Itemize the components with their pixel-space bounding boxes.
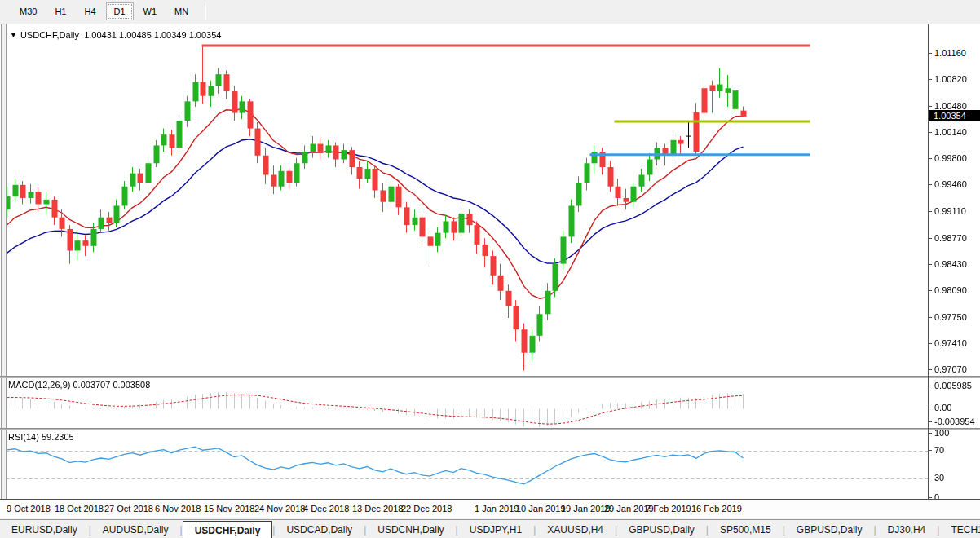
chart-tab-dj30[interactable]: DJ30,H4	[876, 520, 938, 538]
timeframe-button-mn[interactable]: MN	[166, 2, 196, 20]
price-axis-label: 0.99800	[934, 153, 967, 163]
chart-ohlc: 1.00431 1.00485 1.00349 1.00354	[84, 30, 221, 40]
chart-tab-bar: EURUSD,Daily|AUDUSD,Daily|USDCHF,Daily|U…	[0, 519, 980, 538]
price-axis-label: 0.98090	[934, 285, 967, 295]
macd-axis-label: 0.005985	[934, 381, 972, 390]
timeframe-button-h1[interactable]: H1	[46, 2, 74, 20]
date-axis-label: 24 Nov 2018	[254, 504, 305, 514]
chart-tab-usdchf[interactable]: USDCHF,Daily	[183, 521, 273, 538]
window-left-frame	[1, 24, 7, 518]
chart-title: ▼USDCHF,Daily 1.00431 1.00485 1.00349 1.…	[10, 30, 221, 40]
price-axis-label: 0.97750	[934, 312, 967, 322]
date-axis-label: 1 Jan 2019	[475, 504, 519, 514]
price-axis-tick	[929, 317, 932, 318]
macd-axis-label: -0.003954	[934, 417, 975, 426]
timeframe-button-h4[interactable]: H4	[76, 2, 104, 20]
price-axis-label: 1.00140	[934, 127, 967, 137]
chart-tab-gbpusd[interactable]: GBPUSD,Daily	[785, 520, 874, 538]
date-axis-label: 16 Feb 2019	[691, 504, 742, 514]
rsi-axis-label: 100	[934, 428, 949, 438]
macd-indicator-label: MACD(12,26,9) 0.003707 0.003508	[8, 380, 150, 390]
price-axis-label: 0.98770	[934, 233, 967, 243]
price-axis-tick	[929, 184, 932, 185]
chart-tab-usdcad[interactable]: USDCAD,Daily	[275, 520, 364, 538]
date-axis-label: 7 Feb 2019	[646, 504, 691, 514]
price-axis-tick	[929, 53, 932, 54]
rsi-axis-label: 70	[934, 445, 944, 455]
axis-tick	[929, 478, 932, 478]
date-axis-label: 6 Nov 2018	[155, 504, 201, 514]
date-axis-label: 19 Jan 2019	[561, 504, 611, 514]
date-axis-label: 4 Dec 2018	[303, 504, 349, 514]
price-axis-line	[928, 24, 929, 499]
date-axis-label: 9 Oct 2018	[7, 504, 51, 514]
rsi-canvas[interactable]	[6, 430, 928, 499]
price-axis-tick	[929, 290, 932, 291]
axis-tick	[929, 386, 932, 386]
date-axis[interactable]: 9 Oct 201818 Oct 201827 Oct 20186 Nov 20…	[0, 499, 980, 518]
mt4-window: M30H1H4D1W1MN 1.011601.008201.004801.001…	[0, 0, 980, 538]
axis-tick	[929, 433, 932, 434]
price-chart-panel[interactable]	[6, 26, 928, 377]
price-axis-tick	[929, 158, 932, 159]
chart-tab-audusd[interactable]: AUDUSD,Daily	[91, 520, 180, 538]
chart-tab-gbpusd[interactable]: GBPUSD,Daily	[617, 520, 706, 538]
symbol-dropdown-icon[interactable]: ▼	[10, 31, 17, 39]
axis-tick	[929, 450, 932, 451]
price-axis-tick	[929, 211, 932, 212]
current-price-badge: 1.00354	[929, 110, 980, 121]
price-axis-tick	[929, 369, 932, 370]
date-axis-label: 18 Oct 2018	[55, 504, 104, 514]
toolbar-separator	[205, 3, 206, 20]
price-axis-tick	[929, 79, 932, 80]
date-axis-label: 10 Jan 2019	[516, 504, 566, 514]
chart-tab-tech100[interactable]: TECH100,H1	[939, 520, 980, 538]
price-axis-label: 1.01160	[934, 48, 966, 58]
date-axis-label: 22 Dec 2018	[401, 504, 452, 514]
date-axis-label: 27 Oct 2018	[104, 504, 153, 514]
axis-tick	[929, 497, 932, 498]
timeframe-button-w1[interactable]: W1	[135, 2, 166, 20]
price-axis-label: 0.99460	[934, 179, 967, 189]
timeframe-button-m30[interactable]: M30	[11, 2, 45, 20]
price-axis-label: 0.97070	[934, 364, 967, 374]
rsi-panel[interactable]	[6, 430, 928, 499]
price-axis-tick	[929, 264, 932, 265]
timeframe-button-d1[interactable]: D1	[106, 2, 134, 20]
price-axis-label: 0.98430	[934, 259, 967, 269]
chart-tab-usdcnh[interactable]: USDCNH,Daily	[366, 520, 455, 538]
chart-tab-eurusd[interactable]: EURUSD,Daily	[0, 520, 89, 538]
date-axis-label: 15 Nov 2018	[204, 504, 254, 514]
price-axis-tick	[929, 238, 932, 239]
date-axis-label: 13 Dec 2018	[352, 504, 403, 514]
chart-tab-usdjpy[interactable]: USDJPY,H1	[458, 520, 533, 538]
candlestick-chart-canvas[interactable]	[6, 26, 928, 377]
macd-axis-label: 0.00	[934, 403, 951, 412]
chart-tab-sp500[interactable]: SP500,M15	[709, 520, 783, 538]
timeframe-toolbar: M30H1H4D1W1MN	[0, 0, 980, 23]
panel-splitter-macd[interactable]	[0, 376, 980, 378]
price-axis-tick	[929, 106, 932, 107]
panel-splitter-rsi[interactable]	[0, 428, 980, 430]
price-axis-label: 1.00820	[934, 74, 967, 84]
chart-window	[0, 24, 980, 518]
chart-symbol: USDCHF,Daily	[20, 30, 79, 40]
price-axis-label: 0.99110	[934, 206, 966, 216]
price-axis-tick	[929, 132, 932, 133]
price-axis-label: 1.00480	[934, 101, 967, 111]
price-axis-label: 0.97410	[934, 338, 967, 348]
price-axis-tick	[929, 343, 932, 344]
rsi-axis-label: 30	[934, 473, 944, 483]
axis-tick	[929, 408, 932, 408]
rsi-indicator-label: RSI(14) 59.2305	[8, 432, 74, 442]
chart-tab-xauusd[interactable]: XAUUSD,H4	[536, 520, 615, 538]
axis-tick	[929, 421, 932, 422]
